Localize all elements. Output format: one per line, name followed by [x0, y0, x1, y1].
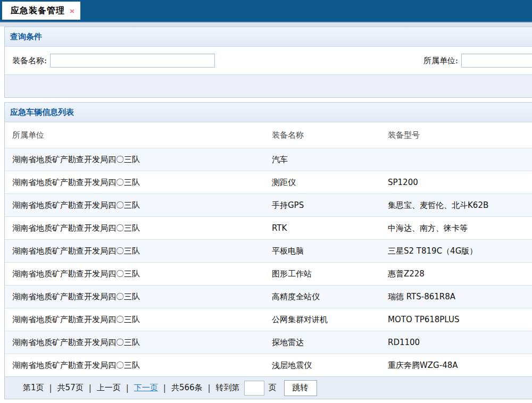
table-row: 湖南省地质矿产勘查开发局四〇三队 测距仪 SP1200 [5, 171, 532, 194]
unit-input[interactable] [461, 54, 532, 68]
column-header-unit: 所属单位 [5, 130, 264, 140]
cell-equipment-name: 高精度全站仪 [264, 292, 380, 302]
tab-title: 应急装备管理 [11, 5, 65, 16]
cell-equipment-model: RD1100 [380, 338, 532, 347]
cell-equipment-model: 瑞德 RTS-861R8A [380, 292, 532, 302]
cell-equipment-model: SP1200 [380, 178, 532, 187]
goto-page-input[interactable] [244, 381, 264, 396]
cell-equipment-model: 惠普Z228 [380, 269, 532, 279]
tab-emergency-equipment[interactable]: 应急装备管理 × [2, 2, 80, 20]
cell-equipment-name: 汽车 [264, 155, 380, 165]
cell-equipment-name: 图形工作站 [264, 269, 380, 279]
cell-equipment-model: 集思宝、麦哲伦、北斗K62B [380, 200, 532, 211]
query-panel: 查询条件 装备名称: 所属单位: [4, 27, 532, 98]
current-page-label: 第1页 [23, 383, 44, 393]
close-icon[interactable]: × [69, 7, 75, 15]
pagination-bar: 第1页 | 共57页 | 上一页 | 下一页 | 共566条 | 转到第 页 跳… [5, 376, 532, 399]
equipment-name-input[interactable] [50, 54, 215, 68]
goto-suffix-label: 页 [269, 383, 277, 393]
total-items-label: 共566条 [171, 383, 203, 393]
next-page-link[interactable]: 下一页 [134, 383, 158, 393]
cell-unit: 湖南省地质矿产勘查开发局四〇三队 [5, 246, 264, 256]
cell-unit: 湖南省地质矿产勘查开发局四〇三队 [5, 360, 264, 371]
cell-unit: 湖南省地质矿产勘查开发局四〇三队 [5, 155, 264, 165]
list-panel-title: 应急车辆信息列表 [5, 103, 532, 122]
cell-equipment-name: 手持GPS [264, 200, 380, 211]
prev-page-link[interactable]: 上一页 [97, 383, 121, 393]
separator: | [208, 383, 211, 393]
table-row: 湖南省地质矿产勘查开发局四〇三队 平板电脑 三星S2 T819C（4G版） [5, 239, 532, 262]
separator: | [49, 383, 52, 393]
query-panel-title: 查询条件 [5, 27, 532, 47]
cell-equipment-name: RTK [264, 223, 380, 233]
unit-label: 所属单位: [423, 56, 458, 66]
cell-unit: 湖南省地质矿产勘查开发局四〇三队 [5, 338, 264, 348]
cell-unit: 湖南省地质矿产勘查开发局四〇三队 [5, 178, 264, 188]
separator: | [163, 383, 166, 393]
table-row: 湖南省地质矿产勘查开发局四〇三队 浅层地震仪 重庆奔腾WZG-48A [5, 354, 532, 376]
top-tab-bar: 应急装备管理 × [0, 0, 532, 22]
list-panel: 应急车辆信息列表 所属单位 装备名称 装备型号 湖南省地质矿产勘查开发局四〇三队… [4, 102, 532, 399]
cell-equipment-model: 中海达、南方、徕卡等 [380, 223, 532, 233]
cell-unit: 湖南省地质矿产勘查开发局四〇三队 [5, 223, 264, 233]
query-panel-footer [5, 74, 532, 97]
cell-equipment-model: 三星S2 T819C（4G版） [380, 246, 532, 256]
header-divider-strip [0, 22, 532, 27]
separator: | [89, 383, 92, 393]
table-row: 湖南省地质矿产勘查开发局四〇三队 探地雷达 RD1100 [5, 331, 532, 354]
cell-equipment-model: MOTO TP618PLUS [380, 315, 532, 324]
cell-unit: 湖南省地质矿产勘查开发局四〇三队 [5, 200, 264, 211]
cell-equipment-name: 测距仪 [264, 178, 380, 188]
table-row: 湖南省地质矿产勘查开发局四〇三队 高精度全站仪 瑞德 RTS-861R8A [5, 285, 532, 308]
column-header-equipment-name: 装备名称 [264, 130, 380, 140]
separator: | [126, 383, 129, 393]
cell-unit: 湖南省地质矿产勘查开发局四〇三队 [5, 269, 264, 279]
table-row: 湖南省地质矿产勘查开发局四〇三队 图形工作站 惠普Z228 [5, 262, 532, 285]
equipment-name-label: 装备名称: [12, 56, 47, 66]
cell-equipment-name: 探地雷达 [264, 338, 380, 348]
goto-prefix-label: 转到第 [216, 383, 240, 393]
total-pages-label: 共57页 [57, 383, 84, 393]
table-row: 湖南省地质矿产勘查开发局四〇三队 RTK 中海达、南方、徕卡等 [5, 216, 532, 239]
cell-equipment-name: 平板电脑 [264, 246, 380, 256]
cell-equipment-name: 公网集群对讲机 [264, 315, 380, 325]
column-header-equipment-model: 装备型号 [380, 130, 532, 140]
cell-unit: 湖南省地质矿产勘查开发局四〇三队 [5, 292, 264, 302]
table-row: 湖南省地质矿产勘查开发局四〇三队 手持GPS 集思宝、麦哲伦、北斗K62B [5, 194, 532, 216]
table-row: 湖南省地质矿产勘查开发局四〇三队 汽车 [5, 148, 532, 171]
cell-unit: 湖南省地质矿产勘查开发局四〇三队 [5, 315, 264, 325]
query-form-row: 装备名称: 所属单位: [5, 47, 532, 74]
table-row: 湖南省地质矿产勘查开发局四〇三队 公网集群对讲机 MOTO TP618PLUS [5, 308, 532, 331]
panel-gap [0, 98, 532, 102]
jump-button[interactable]: 跳转 [284, 380, 317, 396]
table-header-row: 所属单位 装备名称 装备型号 [5, 122, 532, 148]
cell-equipment-model: 重庆奔腾WZG-48A [380, 360, 532, 371]
cell-equipment-name: 浅层地震仪 [264, 360, 380, 371]
table-body: 湖南省地质矿产勘查开发局四〇三队 汽车 湖南省地质矿产勘查开发局四〇三队 测距仪… [5, 148, 532, 376]
